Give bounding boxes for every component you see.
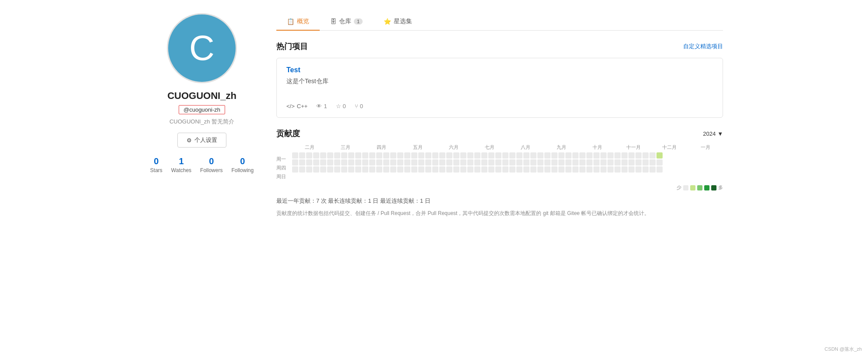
contrib-cell bbox=[404, 159, 410, 166]
contrib-cell bbox=[600, 152, 607, 159]
day-label-mon: 周一 bbox=[276, 155, 292, 163]
stat-stars[interactable]: 0 Stars bbox=[150, 156, 162, 173]
contrib-cell bbox=[341, 152, 347, 159]
stat-following[interactable]: 0 Following bbox=[231, 156, 254, 173]
contrib-row bbox=[292, 152, 723, 159]
contrib-cell bbox=[509, 166, 515, 173]
contrib-cell bbox=[579, 159, 586, 166]
contrib-cell bbox=[572, 166, 579, 173]
contrib-cell bbox=[453, 159, 459, 166]
contrib-cell bbox=[488, 159, 494, 166]
handle-badge[interactable]: @cuoguoni-zh bbox=[179, 105, 225, 114]
settings-button[interactable]: ⚙ 个人设置 bbox=[177, 133, 226, 148]
contrib-cell bbox=[537, 166, 543, 173]
stat-followers[interactable]: 0 Followers bbox=[200, 156, 222, 173]
contrib-cell bbox=[558, 152, 565, 159]
contrib-cell bbox=[362, 166, 368, 173]
month-label: 七月 bbox=[472, 144, 507, 151]
contrib-cell bbox=[509, 159, 515, 166]
contrib-cell bbox=[607, 166, 614, 173]
contrib-cell bbox=[453, 152, 459, 159]
featured-title: 热门项目 bbox=[276, 41, 308, 52]
contrib-cell bbox=[635, 152, 642, 159]
contribution-legend: 少 多 bbox=[276, 184, 723, 191]
contrib-cell bbox=[292, 159, 298, 166]
contrib-cell bbox=[614, 152, 621, 159]
contrib-cell bbox=[642, 159, 649, 166]
contrib-cell bbox=[579, 166, 586, 173]
legend-cell-0 bbox=[683, 185, 688, 190]
contrib-cell bbox=[320, 159, 326, 166]
project-stars: ☆ 0 bbox=[336, 103, 346, 109]
contrib-cell bbox=[299, 159, 305, 166]
contrib-cell bbox=[376, 159, 382, 166]
contrib-cell bbox=[649, 159, 656, 166]
contrib-cell bbox=[551, 159, 557, 166]
contrib-cell bbox=[299, 152, 305, 159]
day-labels: 周一 周四 周日 bbox=[276, 144, 292, 181]
contrib-cell bbox=[649, 166, 656, 173]
day-label-thu: 周四 bbox=[276, 163, 292, 172]
project-name[interactable]: Test bbox=[286, 66, 713, 74]
contribution-description: 贡献度的统计数据包括代码提交、创建任务 / Pull Request，合并 Pu… bbox=[276, 209, 723, 218]
contrib-cell bbox=[369, 159, 375, 166]
contrib-cell bbox=[551, 166, 557, 173]
legend-cell-4 bbox=[711, 185, 716, 190]
contrib-cell bbox=[348, 166, 354, 173]
contribution-title: 贡献度 bbox=[276, 128, 300, 139]
tab-repos[interactable]: 🗄 仓库 1 bbox=[320, 13, 373, 31]
repos-icon: 🗄 bbox=[330, 18, 336, 25]
stat-watches[interactable]: 1 Watches bbox=[171, 156, 191, 173]
contrib-cell bbox=[509, 152, 515, 159]
contrib-cell bbox=[607, 152, 614, 159]
contrib-cell bbox=[467, 152, 473, 159]
project-watches: 👁 1 bbox=[316, 103, 327, 109]
contrib-cell bbox=[565, 152, 572, 159]
contrib-cell bbox=[600, 166, 607, 173]
year-selector[interactable]: 2024 ▼ bbox=[703, 130, 723, 137]
contrib-cell bbox=[614, 159, 621, 166]
project-card: Test 这是个Test仓库 </> C++ 👁 1 ☆ 0 ⑂ 0 bbox=[276, 58, 723, 118]
contrib-cell bbox=[558, 159, 565, 166]
tab-overview[interactable]: 📋 概览 bbox=[276, 13, 320, 31]
contrib-cell bbox=[495, 159, 501, 166]
month-label: 二月 bbox=[292, 144, 327, 151]
project-description: 这是个Test仓库 bbox=[286, 78, 713, 85]
contrib-cell bbox=[621, 159, 628, 166]
contrib-cell bbox=[607, 159, 614, 166]
contrib-cell bbox=[418, 152, 424, 159]
avatar: C bbox=[167, 13, 237, 83]
contrib-cell bbox=[306, 166, 312, 173]
customize-link[interactable]: 自定义精选项目 bbox=[683, 42, 723, 50]
featured-header: 热门项目 自定义精选项目 bbox=[276, 41, 723, 52]
contrib-cell bbox=[313, 166, 319, 173]
contrib-cell bbox=[327, 166, 333, 173]
contrib-cell bbox=[593, 152, 600, 159]
contrib-cell bbox=[544, 166, 550, 173]
contrib-cell bbox=[621, 166, 628, 173]
chevron-down-icon: ▼ bbox=[717, 130, 723, 137]
contrib-cell bbox=[593, 159, 600, 166]
contrib-cell bbox=[362, 152, 368, 159]
contrib-cell bbox=[565, 159, 572, 166]
contrib-cell bbox=[516, 152, 522, 159]
contrib-cell bbox=[425, 152, 431, 159]
month-label: 八月 bbox=[508, 144, 543, 151]
contrib-cell bbox=[348, 152, 354, 159]
contrib-cell bbox=[635, 159, 642, 166]
contrib-cell bbox=[495, 166, 501, 173]
contrib-cell bbox=[635, 166, 642, 173]
contrib-cell bbox=[327, 152, 333, 159]
contrib-cell bbox=[418, 166, 424, 173]
tab-stars[interactable]: ⭐ 星选集 bbox=[373, 13, 423, 31]
repos-badge: 1 bbox=[354, 18, 363, 25]
month-label: 六月 bbox=[436, 144, 471, 151]
month-label: 十二月 bbox=[652, 144, 687, 151]
overview-icon: 📋 bbox=[287, 18, 294, 25]
contrib-cell bbox=[586, 159, 593, 166]
contrib-cell bbox=[355, 159, 361, 166]
contrib-cell bbox=[446, 166, 452, 173]
contrib-cell bbox=[446, 159, 452, 166]
contrib-cell bbox=[439, 152, 445, 159]
contrib-cell bbox=[579, 152, 586, 159]
